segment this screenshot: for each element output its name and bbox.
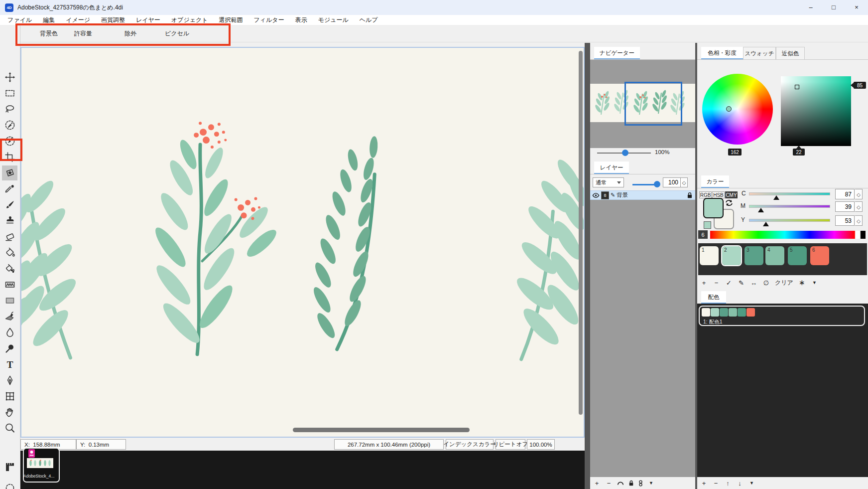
- add-color-button[interactable]: +: [700, 279, 708, 287]
- link-icon[interactable]: [638, 480, 643, 487]
- menu-filter[interactable]: フィルター: [248, 15, 290, 25]
- mode-hsb-button[interactable]: HSB: [712, 191, 725, 198]
- channel-y-input[interactable]: [835, 215, 855, 226]
- tab-layers[interactable]: レイヤー: [594, 162, 629, 174]
- opacity-input[interactable]: [663, 177, 681, 187]
- menu-view[interactable]: 表示: [290, 15, 313, 25]
- palette-swatch-2[interactable]: 2: [722, 246, 741, 265]
- tool-ruler[interactable]: [4, 462, 15, 473]
- tool-gradient[interactable]: [4, 279, 15, 290]
- tool-text[interactable]: T: [4, 359, 15, 370]
- tool-rect-select[interactable]: [4, 88, 15, 99]
- layer-row-background[interactable]: 8 ✎ 背景: [590, 190, 695, 200]
- tab-swatches[interactable]: スウォッチ: [743, 47, 776, 59]
- menu-adjust[interactable]: 画質調整: [96, 15, 130, 25]
- layer-edit-icon[interactable]: ✎: [611, 192, 615, 198]
- foreground-color-swatch[interactable]: [703, 198, 724, 218]
- scheme-item[interactable]: 1: 配色1: [699, 306, 865, 326]
- opacity-stepper[interactable]: ◇: [681, 177, 688, 187]
- tool-eyedropper[interactable]: [4, 183, 15, 194]
- tab-hue-saturation[interactable]: 色相・彩度: [701, 47, 743, 59]
- channel-m-marker[interactable]: [758, 208, 764, 212]
- mode-rgb-button[interactable]: RGB: [699, 191, 712, 198]
- document-canvas[interactable]: [20, 47, 585, 438]
- channel-c-marker[interactable]: [773, 195, 779, 200]
- panel-divider[interactable]: [585, 43, 590, 489]
- tool-zoom[interactable]: [4, 423, 15, 434]
- tab-navigator[interactable]: ナビゲーター: [594, 47, 640, 59]
- menu-edit[interactable]: 編集: [37, 15, 60, 25]
- navigator-view-rectangle[interactable]: [624, 82, 682, 126]
- edit-pencil-button[interactable]: ✎: [738, 279, 745, 287]
- zoom-readout[interactable]: 100.00%: [527, 439, 555, 450]
- palette-menu-button[interactable]: ▼: [811, 280, 818, 285]
- remove-color-button[interactable]: −: [713, 279, 720, 287]
- menu-selection[interactable]: 選択範囲: [214, 15, 248, 25]
- tool-water-drop[interactable]: [4, 327, 15, 338]
- tab-similar-colors[interactable]: 近似色: [776, 47, 805, 59]
- layers-menu-button[interactable]: ▼: [647, 481, 655, 486]
- palette-swatch-5[interactable]: 5: [788, 246, 807, 265]
- swap-arrows-button[interactable]: ↔: [750, 279, 757, 287]
- move-down-button[interactable]: ↓: [736, 480, 744, 487]
- hue-spectrum-bar[interactable]: [710, 231, 866, 239]
- color-mode-button[interactable]: インデックスカラー: [446, 439, 494, 450]
- close-button[interactable]: ×: [845, 0, 868, 15]
- mode-cmy-button[interactable]: CMY: [725, 191, 738, 198]
- tool-stamp[interactable]: [4, 215, 15, 226]
- clear-button[interactable]: クリア: [775, 279, 793, 287]
- tool-pattern-fill[interactable]: [4, 263, 15, 274]
- merge-icon[interactable]: [617, 481, 624, 486]
- tool-smudge[interactable]: [4, 343, 15, 354]
- menu-module[interactable]: モジュール: [313, 15, 354, 25]
- navigator-zoom-slider-thumb[interactable]: [622, 150, 628, 156]
- tool-hand[interactable]: [4, 407, 15, 418]
- tool-shape-pen[interactable]: [4, 311, 15, 322]
- tool-eraser[interactable]: [4, 231, 15, 242]
- channel-y-marker[interactable]: [763, 222, 769, 226]
- tool-rectangle[interactable]: [4, 295, 15, 306]
- apply-check-button[interactable]: ✓: [725, 279, 733, 287]
- lock-icon[interactable]: [628, 480, 634, 486]
- horizontal-scrollbar[interactable]: [293, 428, 470, 432]
- tool-fill[interactable]: [4, 247, 15, 258]
- lock-icon[interactable]: [687, 192, 693, 198]
- tab-color[interactable]: カラー: [701, 175, 729, 188]
- disable-button[interactable]: ∅: [762, 279, 770, 287]
- tool-pen[interactable]: [4, 375, 15, 386]
- palette-swatch-4[interactable]: 4: [765, 246, 784, 265]
- tool-lasso[interactable]: [4, 104, 15, 115]
- tool-background-separate[interactable]: [4, 167, 15, 178]
- vertical-scrollbar[interactable]: [579, 51, 583, 415]
- channel-y-slider[interactable]: [749, 219, 830, 222]
- palette-swatch-1[interactable]: 1: [700, 246, 719, 265]
- palette-swatch-6[interactable]: 6: [810, 246, 829, 265]
- swap-colors-icon[interactable]: [725, 199, 733, 207]
- channel-c-slider[interactable]: [749, 192, 830, 195]
- mini-color-swatch[interactable]: [704, 221, 711, 229]
- navigator-preview[interactable]: [590, 60, 695, 148]
- tool-select-circle[interactable]: [4, 483, 15, 489]
- remove-scheme-button[interactable]: −: [712, 480, 720, 487]
- saturation-marker[interactable]: [795, 85, 799, 89]
- minimize-button[interactable]: –: [799, 0, 822, 15]
- channel-m-input[interactable]: [835, 201, 855, 212]
- channel-c-stepper[interactable]: ◇: [855, 189, 863, 199]
- asterisk-button[interactable]: ∗: [798, 278, 806, 287]
- hue-wheel-marker[interactable]: [726, 106, 732, 112]
- opacity-slider-thumb[interactable]: [654, 181, 660, 187]
- menu-image[interactable]: イメージ: [60, 15, 96, 25]
- menu-help[interactable]: ヘルプ: [354, 15, 383, 25]
- add-scheme-button[interactable]: +: [700, 480, 708, 487]
- menu-file[interactable]: ファイル: [2, 15, 37, 25]
- scheme-menu-button[interactable]: ▼: [748, 481, 755, 486]
- saturation-brightness-box[interactable]: [781, 76, 851, 146]
- remove-layer-button[interactable]: −: [605, 480, 613, 487]
- repeat-mode-button[interactable]: リピートオフ: [496, 439, 525, 450]
- channel-y-stepper[interactable]: ◇: [855, 215, 863, 226]
- tool-brush[interactable]: [4, 199, 15, 210]
- visibility-eye-icon[interactable]: [592, 192, 600, 198]
- tool-select-pen[interactable]: [4, 136, 15, 147]
- tool-crop[interactable]: [4, 152, 15, 163]
- channel-c-input[interactable]: [835, 189, 855, 199]
